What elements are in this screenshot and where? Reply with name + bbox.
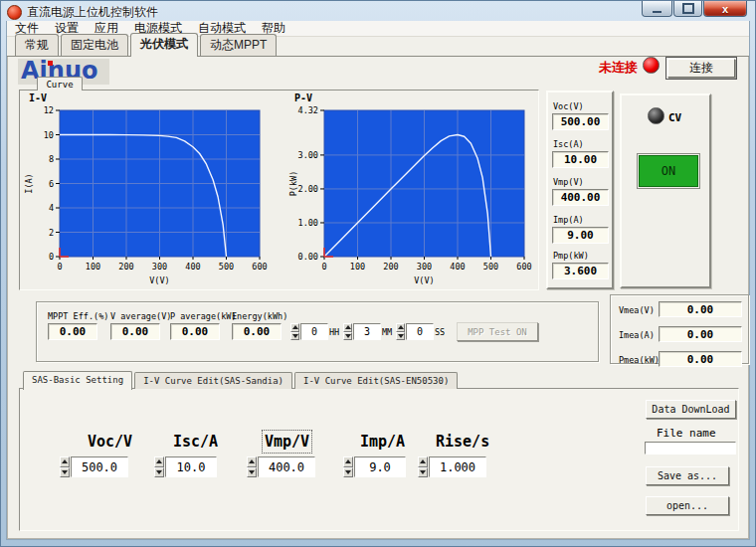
svg-text:3.00: 3.00	[298, 150, 318, 160]
logo-dot	[48, 61, 53, 66]
pv-chart-title: P-V	[294, 92, 312, 103]
svg-text:300: 300	[152, 262, 167, 272]
sas-vmp-spinner[interactable]: 400.0	[247, 456, 315, 477]
spin-arrows	[343, 323, 352, 340]
sas-rise-spinner[interactable]: 1.000	[418, 456, 486, 477]
svg-text:4: 4	[49, 203, 54, 213]
sas-isc-value[interactable]: 10.0	[165, 456, 217, 477]
spin-up-icon[interactable]	[154, 456, 164, 467]
voc-display: 500.00	[552, 113, 609, 130]
iv-chart-title: I-V	[29, 92, 47, 103]
save-as-button[interactable]: Save as...	[646, 466, 729, 485]
mpp-test-on-button[interactable]: MPP Test ON	[457, 322, 538, 341]
sas-voc-value[interactable]: 500.0	[71, 456, 128, 477]
imea-label: Imea(A)	[619, 330, 655, 340]
svg-text:600: 600	[516, 262, 531, 272]
vmea-display: 0.00	[659, 301, 742, 317]
pavg-display: 0.00	[170, 323, 220, 340]
energy-label: Energy(kWh)	[232, 311, 287, 321]
tab-dynamic-mppt[interactable]: 动态MPPT	[200, 34, 277, 56]
svg-text:400: 400	[450, 262, 465, 272]
mppt-eff-display: 0.00	[48, 323, 97, 340]
spin-down-icon[interactable]	[396, 332, 405, 341]
svg-text:V(V): V(V)	[149, 275, 169, 285]
tab-general[interactable]: 常规	[15, 34, 59, 56]
spin-up-icon[interactable]	[290, 323, 299, 332]
file-name-input[interactable]	[645, 442, 736, 455]
cv-label: CV	[668, 111, 681, 124]
maximize-button[interactable]	[673, 1, 702, 17]
caption-buttons: x	[642, 1, 747, 17]
pv-param-panel: Voc(V) 500.00 Isc(A) 10.00 Vmp(V) 400.00…	[546, 91, 614, 289]
svg-text:P(kW): P(kW)	[288, 171, 298, 197]
spin-down-icon[interactable]	[60, 467, 70, 478]
spin-up-icon[interactable]	[247, 456, 257, 467]
tab-curve[interactable]: Curve	[37, 77, 83, 91]
vmea-label: Vmea(V)	[619, 305, 655, 315]
sas-imp-value[interactable]: 9.0	[354, 456, 406, 477]
sas-vmp-value[interactable]: 400.0	[258, 456, 315, 477]
sas-rise-value[interactable]: 1.000	[429, 456, 486, 477]
svg-text:I(A): I(A)	[24, 173, 34, 193]
svg-text:300: 300	[417, 262, 432, 272]
spin-down-icon[interactable]	[290, 332, 299, 341]
svg-text:8: 8	[49, 154, 54, 164]
tab-sas-en50530[interactable]: I-V Curve Edit(SAS-EN50530)	[294, 372, 458, 389]
svg-text:2.00: 2.00	[298, 184, 318, 194]
sas-imp-spinner[interactable]: 9.0	[343, 456, 406, 477]
close-button[interactable]: x	[703, 1, 747, 17]
tab-sas-basic[interactable]: SAS-Basic Setting	[23, 371, 132, 390]
spin-down-icon[interactable]	[247, 467, 257, 478]
svg-text:100: 100	[86, 262, 100, 272]
tab-sas-sandia[interactable]: I-V Curve Edit(SAS-Sandia)	[134, 372, 292, 389]
sas-voc-spinner[interactable]: 500.0	[60, 456, 128, 477]
minimize-button[interactable]	[642, 1, 672, 17]
minutes-spinner[interactable]: 3	[343, 323, 381, 340]
spin-up-icon[interactable]	[396, 323, 405, 332]
spin-up-icon[interactable]	[343, 323, 352, 332]
sas-isc-spinner[interactable]: 10.0	[154, 456, 217, 477]
app-icon	[7, 5, 22, 20]
spin-down-icon[interactable]	[343, 467, 353, 478]
hours-spinner[interactable]: 0	[290, 323, 328, 340]
spin-arrows	[418, 456, 428, 477]
seconds-value[interactable]: 0	[406, 323, 434, 340]
connection-status-text: 未连接	[599, 59, 638, 77]
connect-button[interactable]: 连接	[667, 59, 735, 78]
svg-text:0.00: 0.00	[298, 252, 318, 262]
spin-down-icon[interactable]	[343, 332, 352, 341]
hours-value[interactable]: 0	[300, 323, 328, 340]
pmea-display: 0.00	[659, 351, 742, 367]
spin-down-icon[interactable]	[418, 467, 428, 478]
data-download-button[interactable]: Data DownLoad	[646, 400, 736, 419]
vavg-display: 0.00	[110, 323, 160, 340]
energy-display: 0.00	[232, 323, 282, 340]
minutes-value[interactable]: 3	[353, 323, 381, 340]
imp-label: Imp(A)	[553, 215, 584, 225]
imp-display: 9.00	[552, 227, 609, 244]
output-panel: CV ON	[620, 93, 711, 288]
svg-text:0: 0	[321, 262, 326, 272]
spin-up-icon[interactable]	[418, 456, 428, 467]
spin-up-icon[interactable]	[343, 456, 353, 467]
pmp-display: 3.600	[552, 263, 609, 279]
seconds-spinner[interactable]: 0	[396, 323, 434, 340]
window-title: 直流电源上位机控制软件	[27, 4, 158, 21]
spin-down-icon[interactable]	[154, 467, 164, 478]
maximize-icon	[682, 3, 694, 14]
svg-text:10: 10	[44, 130, 54, 140]
spin-arrows	[290, 323, 299, 340]
sas-voc-label: Voc/V	[88, 433, 132, 451]
svg-text:V(V): V(V)	[414, 275, 434, 285]
spin-up-icon[interactable]	[60, 456, 70, 467]
pavg-label: P average(kW)	[170, 311, 237, 321]
open-button[interactable]: open...	[646, 496, 729, 515]
spin-arrows	[247, 456, 257, 477]
app-window: 直流电源上位机控制软件 x 文件 设置 应用 电源模式 自动模式 帮助 常规 固…	[0, 0, 756, 547]
tab-fixed-battery[interactable]: 固定电池	[61, 34, 128, 56]
svg-text:2: 2	[49, 228, 54, 238]
tab-pv-mode[interactable]: 光伏模式	[130, 33, 198, 57]
file-name-label: File name	[657, 427, 716, 440]
isc-display: 10.00	[552, 151, 609, 168]
output-on-button[interactable]: ON	[639, 155, 698, 187]
